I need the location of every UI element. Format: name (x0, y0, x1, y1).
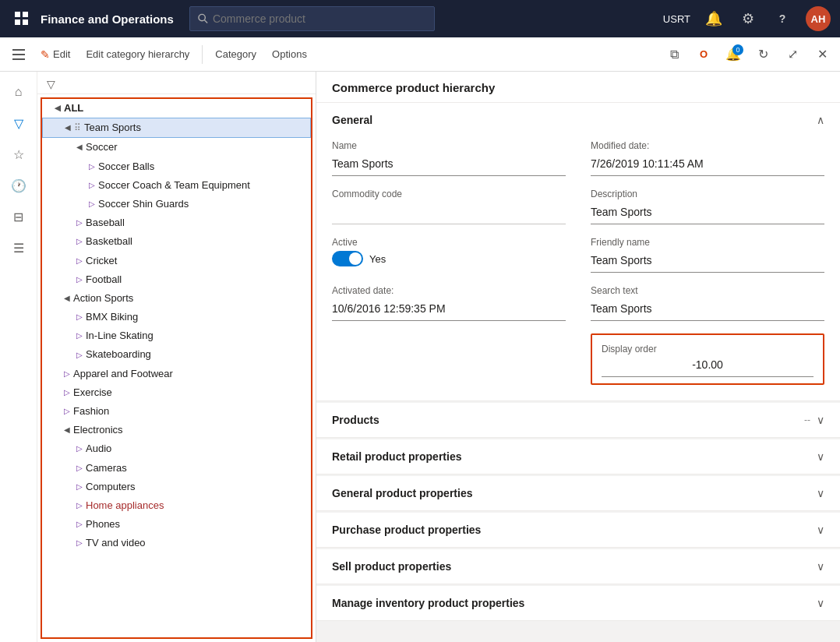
tree-item-tv-video[interactable]: ▷ TV and video (42, 534, 311, 552)
cricket-icon[interactable]: ▷ (73, 255, 86, 267)
app-grid-icon[interactable] (9, 6, 34, 31)
svg-rect-0 (15, 12, 20, 17)
manage-inventory-accordion-header[interactable]: Manage inventory product properties ∨ (316, 586, 840, 620)
action-sports-collapse-icon[interactable]: ◀ (61, 292, 73, 305)
tree-container: ◀ ALL ◀ ⠿ Team Sports ◀ Soccer ▷ Soccer … (41, 97, 312, 639)
gear-icon[interactable]: ⚙ (737, 8, 759, 30)
baseball-icon[interactable]: ▷ (73, 217, 86, 229)
soccer-collapse-icon[interactable]: ◀ (73, 141, 86, 153)
team-sports-collapse-icon[interactable]: ◀ (62, 122, 74, 134)
display-order-value[interactable]: -10.00 (602, 355, 814, 377)
office-icon[interactable]: O (692, 43, 715, 66)
inline-icon[interactable]: ▷ (73, 330, 86, 342)
description-value[interactable]: Team Sports (591, 203, 824, 224)
modified-date-field: Modified date: 7/26/2019 10:11:45 AM (591, 140, 824, 176)
exercise-icon[interactable]: ▷ (61, 386, 73, 399)
tree-item-soccer-shin[interactable]: ▷ Soccer Shin Guards (42, 195, 311, 213)
tree-item-soccer-balls[interactable]: ▷ Soccer Balls (42, 157, 311, 176)
sell-section-title: Sell product properties (332, 560, 817, 573)
sidebar-list-icon[interactable]: ☰ (5, 234, 33, 262)
football-icon[interactable]: ▷ (73, 273, 86, 286)
tree-item-basketball[interactable]: ▷ Basketball (42, 232, 311, 251)
bmx-icon[interactable]: ▷ (73, 311, 86, 323)
tree-item-baseball[interactable]: ▷ Baseball (42, 213, 311, 232)
category-button[interactable]: Category (209, 45, 263, 63)
all-collapse-icon[interactable]: ◀ (51, 102, 64, 115)
computers-icon[interactable]: ▷ (73, 481, 86, 493)
tree-item-computers[interactable]: ▷ Computers (42, 478, 311, 496)
products-accordion-header[interactable]: Products -- ∨ (316, 403, 840, 437)
tree-item-audio[interactable]: ▷ Audio (42, 439, 311, 458)
sidebar-star-icon[interactable]: ☆ (5, 140, 33, 168)
sidebar-home-icon[interactable]: ⌂ (5, 78, 33, 106)
tree-item-skateboarding[interactable]: ▷ Skateboarding (42, 345, 311, 364)
tree-item-soccer[interactable]: ◀ Soccer (42, 138, 311, 157)
edit-hierarchy-button[interactable]: Edit category hierarchy (79, 45, 196, 63)
soccer-shin-icon[interactable]: ▷ (86, 198, 98, 210)
toolbar-separator (202, 45, 203, 64)
home-appliances-icon[interactable]: ▷ (73, 499, 86, 512)
sidebar-recent-icon[interactable]: 🕐 (5, 171, 33, 199)
friendly-name-value[interactable]: Team Sports (591, 251, 824, 273)
tree-item-inline[interactable]: ▷ In-Line Skating (42, 326, 311, 345)
tree-item-team-sports[interactable]: ◀ ⠿ Team Sports (42, 118, 311, 138)
edit-button[interactable]: ✎ Edit (34, 45, 76, 64)
skateboarding-icon[interactable]: ▷ (73, 349, 86, 362)
tree-item-soccer-coach[interactable]: ▷ Soccer Coach & Team Equipment (42, 176, 311, 195)
basketball-icon[interactable]: ▷ (73, 235, 86, 248)
search-bar[interactable] (189, 6, 435, 31)
general-props-accordion-header[interactable]: General product properties ∨ (316, 476, 840, 510)
help-icon[interactable]: ? (771, 8, 793, 30)
sell-accordion-header[interactable]: Sell product properties ∨ (316, 549, 840, 584)
maximize-icon[interactable]: ⤢ (781, 43, 804, 66)
bell-icon[interactable]: 🔔 (703, 8, 725, 30)
phones-icon[interactable]: ▷ (73, 518, 86, 531)
hamburger-icon[interactable] (6, 42, 31, 67)
tree-filter-icon[interactable]: ▽ (47, 78, 55, 90)
sidebar-grid-icon[interactable]: ⊟ (5, 203, 33, 231)
cameras-icon[interactable]: ▷ (73, 462, 86, 474)
tree-item-phones[interactable]: ▷ Phones (42, 515, 311, 534)
puzzle-icon[interactable]: ⧉ (662, 43, 686, 66)
tree-item-fashion[interactable]: ▷ Fashion (42, 402, 311, 421)
refresh-icon[interactable]: ↻ (751, 43, 775, 66)
soccer-balls-icon[interactable]: ▷ (86, 160, 98, 173)
commodity-code-value[interactable] (332, 203, 566, 224)
tree-item-home-appliances[interactable]: ▷ Home appliances (42, 496, 311, 515)
sidebar-filter-icon[interactable]: ▽ (5, 109, 33, 137)
tree-item-cricket[interactable]: ▷ Cricket (42, 252, 311, 270)
close-icon[interactable]: ✕ (810, 43, 834, 66)
app-title: Finance and Operations (41, 12, 174, 26)
notification-icon[interactable]: 🔔 0 (722, 43, 745, 66)
purchase-section-title: Purchase product properties (332, 524, 817, 536)
tree-item-exercise[interactable]: ▷ Exercise (42, 383, 311, 402)
tree-item-bmx[interactable]: ▷ BMX Biking (42, 308, 311, 326)
tv-video-icon[interactable]: ▷ (73, 537, 86, 549)
soccer-coach-icon[interactable]: ▷ (86, 179, 98, 192)
tree-item-electronics[interactable]: ◀ Electronics (42, 421, 311, 439)
name-value[interactable]: Team Sports (332, 154, 566, 176)
electronics-collapse-icon[interactable]: ◀ (61, 424, 73, 436)
tree-item-football[interactable]: ▷ Football (42, 270, 311, 289)
options-button[interactable]: Options (266, 45, 313, 63)
purchase-accordion-header[interactable]: Purchase product properties ∨ (316, 513, 840, 547)
tree-item-cameras[interactable]: ▷ Cameras (42, 459, 311, 478)
search-text-value[interactable]: Team Sports (591, 299, 824, 321)
general-accordion-body: Name Team Sports Modified date: 7/26/201… (316, 137, 840, 400)
activated-date-label: Activated date: (332, 285, 566, 296)
general-accordion-header[interactable]: General ∧ (316, 103, 840, 137)
tree-item-all[interactable]: ◀ ALL (42, 99, 311, 118)
svg-rect-8 (12, 58, 25, 60)
tree-item-action-sports[interactable]: ◀ Action Sports (42, 289, 311, 308)
fashion-icon[interactable]: ▷ (61, 405, 73, 418)
apparel-icon[interactable]: ▷ (61, 368, 73, 380)
avatar[interactable]: AH (806, 6, 831, 31)
display-order-box[interactable]: Display order -10.00 (591, 333, 824, 385)
audio-icon[interactable]: ▷ (73, 443, 86, 455)
retail-accordion-header[interactable]: Retail product properties ∨ (316, 439, 840, 474)
retail-accordion: Retail product properties ∨ (316, 439, 840, 474)
tree-item-apparel[interactable]: ▷ Apparel and Footwear (42, 365, 311, 383)
commodity-code-label: Commodity code (332, 189, 566, 199)
search-input[interactable] (213, 12, 426, 25)
active-toggle[interactable] (332, 251, 363, 266)
